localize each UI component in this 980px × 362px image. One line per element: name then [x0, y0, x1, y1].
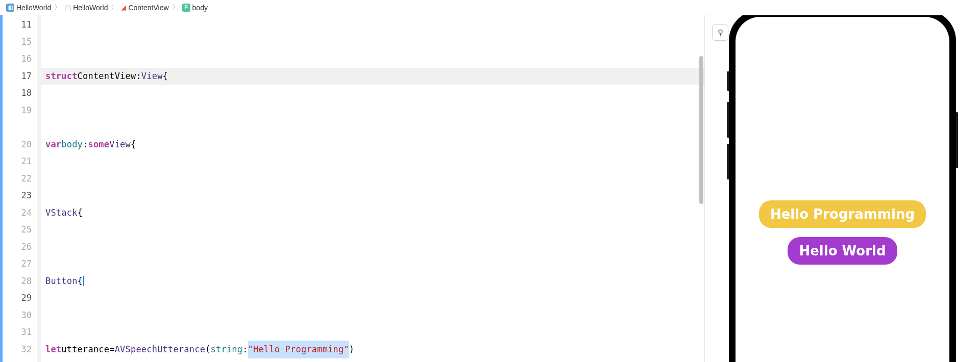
code-editor[interactable]: 11151617181920212223242526272829303132 s…: [0, 15, 704, 362]
chevron-right-icon: 〉: [172, 3, 179, 12]
breadcrumb-item-symbol[interactable]: P body: [182, 4, 208, 12]
code-line[interactable]: var body: some View {: [45, 136, 704, 153]
property-icon: P: [182, 4, 190, 12]
device-side-button: [727, 102, 729, 138]
breadcrumb-item-file[interactable]: ◢ ContentView: [121, 4, 168, 12]
hello-world-button[interactable]: Hello World: [788, 237, 897, 265]
app-icon: ◧: [6, 4, 14, 12]
code-area[interactable]: struct ContentView: View { var body: som…: [41, 15, 704, 362]
code-line[interactable]: Button {: [45, 273, 704, 290]
chevron-right-icon: 〉: [111, 3, 118, 12]
code-line[interactable]: VStack {: [45, 204, 704, 222]
code-line[interactable]: struct ContentView: View {: [41, 68, 704, 85]
code-line[interactable]: let utterance = AVSpeechUtterance(string…: [45, 341, 704, 358]
device-side-button: [727, 144, 729, 179]
hello-programming-button[interactable]: Hello Programming: [759, 200, 926, 228]
pin-icon: ⚲: [718, 28, 723, 37]
breadcrumb-item-folder[interactable]: ▤ HelloWorld: [64, 4, 108, 12]
device-side-button: [956, 112, 958, 168]
breadcrumb-label: body: [192, 4, 208, 12]
breadcrumb-item-project[interactable]: ◧ HelloWorld: [6, 4, 51, 12]
breadcrumb-label: ContentView: [128, 4, 168, 12]
device-frame: Hello Programming Hello World: [729, 15, 956, 362]
pin-button[interactable]: ⚲: [712, 24, 728, 41]
breadcrumb: ◧ HelloWorld 〉 ▤ HelloWorld 〉 ◢ ContentV…: [0, 0, 980, 15]
text-cursor: [83, 276, 84, 286]
swift-icon: ◢: [121, 4, 126, 11]
chevron-right-icon: 〉: [54, 3, 61, 12]
device-side-button: [727, 71, 729, 91]
line-gutter[interactable]: 11151617181920212223242526272829303132: [3, 15, 37, 362]
folder-icon: ▤: [64, 4, 71, 12]
fold-strip[interactable]: [37, 15, 41, 362]
preview-canvas[interactable]: ⚲ ▢ Preview (Line 51) Hello Programming …: [704, 15, 980, 362]
breadcrumb-label: HelloWorld: [16, 4, 51, 12]
scrollbar-thumb[interactable]: [699, 56, 703, 204]
device-screen[interactable]: Hello Programming Hello World: [736, 17, 949, 362]
breadcrumb-label: HelloWorld: [73, 4, 108, 12]
